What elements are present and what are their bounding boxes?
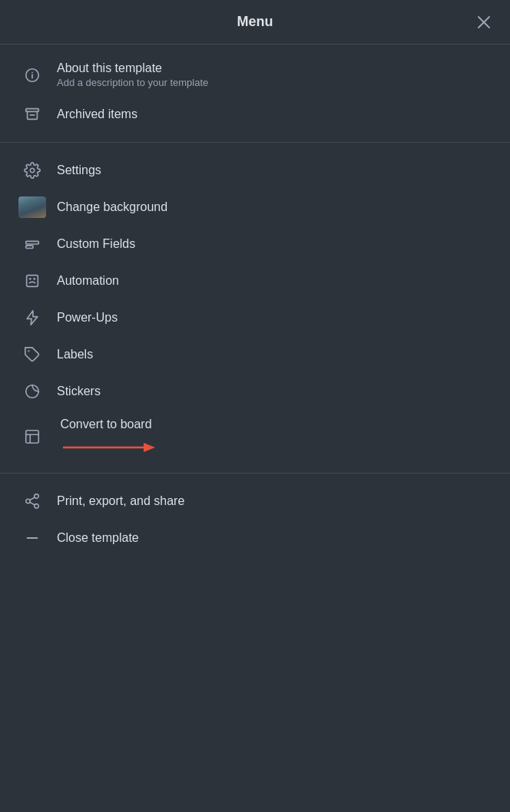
background-icon xyxy=(22,196,43,218)
about-template-content: About this template Add a description to… xyxy=(57,61,208,88)
archived-items-content: Archived items xyxy=(57,107,137,121)
stickers-icon xyxy=(22,381,43,402)
labels-content: Labels xyxy=(57,348,93,361)
automation-content: Automation xyxy=(57,274,119,288)
change-background-content: Change background xyxy=(57,200,167,214)
print-export-share-item[interactable]: Print, export, and share xyxy=(0,483,510,520)
labels-icon xyxy=(22,344,43,365)
about-template-label: About this template xyxy=(57,61,208,75)
svg-point-12 xyxy=(33,278,35,280)
menu-container: Menu About this template Add a descripti… xyxy=(0,0,510,812)
close-template-label: Close template xyxy=(57,531,139,545)
custom-fields-icon xyxy=(22,233,43,255)
archived-items-label: Archived items xyxy=(57,107,137,121)
automation-label: Automation xyxy=(57,274,119,288)
info-icon xyxy=(22,64,43,86)
print-export-share-label: Print, export, and share xyxy=(57,494,184,508)
automation-icon xyxy=(22,270,43,292)
powerups-icon xyxy=(22,307,43,328)
settings-label: Settings xyxy=(57,163,101,177)
svg-point-4 xyxy=(32,71,33,72)
section-bottom: Print, export, and share Close template xyxy=(0,474,510,566)
menu-title: Menu xyxy=(237,14,273,30)
svg-rect-9 xyxy=(26,246,33,249)
archived-items-item[interactable]: Archived items xyxy=(0,96,510,133)
close-template-content: Close template xyxy=(57,531,139,545)
close-template-item[interactable]: Close template xyxy=(0,520,510,556)
convert-to-board-content: Convert to board xyxy=(57,418,155,456)
stickers-label: Stickers xyxy=(57,385,101,398)
svg-line-24 xyxy=(30,497,35,500)
svg-rect-10 xyxy=(27,276,38,287)
svg-point-11 xyxy=(29,278,31,280)
arrow-svg xyxy=(63,439,155,456)
svg-point-7 xyxy=(30,168,35,173)
settings-item[interactable]: Settings xyxy=(0,152,510,189)
section-top: About this template Add a description to… xyxy=(0,45,510,142)
automation-item[interactable]: Automation xyxy=(0,262,510,299)
svg-marker-19 xyxy=(144,443,155,452)
convert-to-board-label: Convert to board xyxy=(60,418,151,431)
svg-rect-5 xyxy=(26,109,39,112)
labels-label: Labels xyxy=(57,348,93,361)
settings-content: Settings xyxy=(57,163,101,177)
close-template-icon xyxy=(22,527,43,549)
red-arrow-indicator xyxy=(63,439,155,456)
power-ups-content: Power-Ups xyxy=(57,311,118,325)
share-icon xyxy=(22,490,43,512)
change-background-item[interactable]: Change background xyxy=(0,189,510,226)
background-thumbnail xyxy=(18,196,46,218)
section-middle: Settings Change background Custom Fields xyxy=(0,143,510,473)
archive-icon xyxy=(22,104,43,125)
svg-line-23 xyxy=(30,502,35,505)
convert-board-icon xyxy=(22,426,43,447)
labels-item[interactable]: Labels xyxy=(0,336,510,373)
convert-to-board-item[interactable]: Convert to board xyxy=(0,410,510,464)
close-button[interactable] xyxy=(473,12,495,33)
stickers-item[interactable]: Stickers xyxy=(0,373,510,410)
custom-fields-label: Custom Fields xyxy=(57,237,135,251)
custom-fields-item[interactable]: Custom Fields xyxy=(0,226,510,262)
print-export-share-content: Print, export, and share xyxy=(57,494,184,508)
power-ups-item[interactable]: Power-Ups xyxy=(0,299,510,336)
custom-fields-content: Custom Fields xyxy=(57,237,135,251)
gear-icon xyxy=(22,160,43,181)
menu-header: Menu xyxy=(0,0,510,44)
about-template-sublabel: Add a description to your template xyxy=(57,77,208,88)
svg-rect-8 xyxy=(26,241,39,244)
svg-rect-15 xyxy=(26,431,39,444)
change-background-label: Change background xyxy=(57,200,167,214)
about-template-item[interactable]: About this template Add a description to… xyxy=(0,54,510,96)
power-ups-label: Power-Ups xyxy=(57,311,118,325)
stickers-content: Stickers xyxy=(57,385,101,398)
